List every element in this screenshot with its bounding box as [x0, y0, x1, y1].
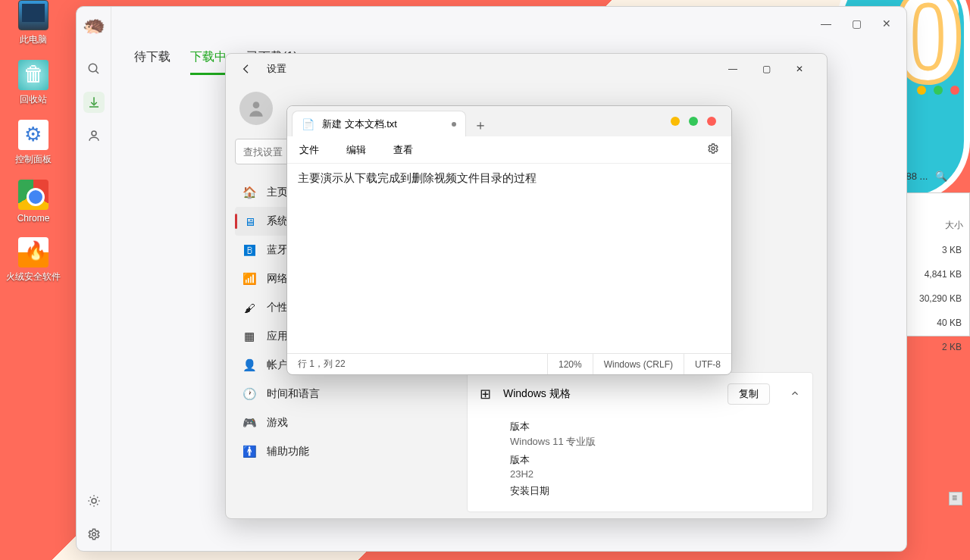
accessibility-icon: 🚹 — [242, 445, 256, 458]
notepad-tab[interactable]: 📄 新建 文本文档.txt — [292, 111, 466, 136]
apps-icon: ▦ — [242, 330, 256, 343]
menu-view[interactable]: 查看 — [389, 140, 418, 160]
minimize-button[interactable]: ― — [812, 13, 840, 34]
nav-game[interactable]: 🎮游戏 — [235, 408, 444, 437]
menu-edit[interactable]: 编辑 — [342, 140, 371, 160]
spec-version-key: 版本 — [510, 453, 800, 467]
gear-icon[interactable] — [702, 139, 724, 160]
desktop-icon-label: Chrome — [6, 213, 61, 224]
notepad-menubar: 文件 编辑 查看 — [287, 136, 731, 164]
bluetooth-icon: 🅱 — [242, 243, 256, 257]
minimize-dot[interactable] — [917, 86, 926, 95]
nav-time-lang[interactable]: 🕐时间和语言 — [235, 380, 444, 408]
nav-accessibility[interactable]: 🚹辅助功能 — [235, 437, 444, 466]
svg-point-5 — [253, 102, 260, 108]
new-tab-button[interactable]: ＋ — [469, 114, 492, 136]
card-title: Windows 规格 — [503, 387, 571, 401]
status-eol[interactable]: Windows (CRLF) — [593, 354, 684, 374]
close-button[interactable]: ✕ — [873, 13, 900, 34]
close-dot[interactable] — [707, 117, 716, 126]
desktop-icon-label: 此电脑 — [6, 33, 61, 46]
desktop-icons: 此电脑 回收站 控制面板 Chrome 火绒安全软件 — [6, 0, 61, 297]
desktop-icon-label: 回收站 — [6, 93, 61, 106]
recycle-bin-icon — [18, 60, 48, 90]
system-icon: 🖥 — [242, 214, 256, 228]
spec-version-value: 23H2 — [510, 468, 800, 480]
clock-icon: 🕐 — [242, 387, 256, 401]
document-icon: 📄 — [302, 118, 314, 130]
theme-icon[interactable] — [83, 490, 105, 512]
close-button[interactable]: ✕ — [783, 57, 816, 81]
maximize-button[interactable]: ▢ — [843, 13, 870, 34]
chevron-up-icon[interactable] — [790, 388, 800, 401]
desktop-icon-label: 火绒安全软件 — [6, 271, 61, 283]
size-column-header[interactable]: 大小 — [903, 193, 969, 238]
svg-point-4 — [92, 533, 95, 537]
svg-point-3 — [92, 499, 96, 503]
svg-point-2 — [92, 131, 96, 136]
monitor-icon — [18, 0, 48, 30]
status-zoom[interactable]: 120% — [548, 354, 593, 374]
notepad-textarea[interactable]: 主要演示从下载完成到删除视频文件目录的过程 — [287, 164, 731, 353]
spec-edition-value: Windows 11 专业版 — [510, 435, 800, 449]
maximize-dot[interactable] — [934, 86, 943, 95]
close-dot[interactable] — [950, 86, 959, 95]
status-encoding[interactable]: UTF-8 — [684, 354, 731, 374]
avatar-icon — [239, 92, 273, 125]
spec-install-key: 安装日期 — [510, 484, 800, 498]
app-logo[interactable] — [83, 14, 105, 37]
notepad-window: 📄 新建 文本文档.txt ＋ 文件 编辑 查看 主要演示从下载完成到删除视频文… — [286, 105, 732, 375]
notepad-tabbar: 📄 新建 文本文档.txt ＋ — [287, 106, 731, 136]
desktop-icon-recycle-bin[interactable]: 回收站 — [6, 60, 61, 106]
chrome-icon — [18, 180, 48, 210]
notepad-content: 主要演示从下载完成到删除视频文件目录的过程 — [298, 171, 537, 184]
back-button[interactable] — [236, 59, 256, 79]
window-traffic-lights — [917, 86, 959, 95]
unsaved-indicator — [452, 122, 456, 127]
brush-icon: 🖌 — [242, 301, 256, 314]
settings-titlebar: 设置 ― ▢ ✕ — [226, 54, 827, 84]
file-size-cell: 3 KB — [903, 238, 969, 262]
notepad-statusbar: 行 1，列 22 120% Windows (CRLF) UTF-8 — [287, 353, 731, 374]
user-icon[interactable] — [83, 125, 105, 146]
window-traffic-lights — [671, 117, 727, 126]
desktop-icon-chrome[interactable]: Chrome — [6, 180, 61, 224]
desktop-icon-label: 控制面板 — [6, 153, 61, 166]
desktop-icon-huorong[interactable]: 火绒安全软件 — [6, 237, 61, 283]
settings-title: 设置 — [267, 62, 286, 76]
svg-line-1 — [95, 70, 99, 74]
file-size-cell: 40 KB — [903, 311, 969, 335]
home-icon: 🏠 — [242, 186, 256, 199]
file-explorer-fragment: 大小 3 KB 4,841 KB 30,290 KB 40 KB 2 KB — [902, 192, 970, 336]
gamepad-icon: 🎮 — [242, 416, 256, 430]
scrollbar-corner[interactable] — [949, 492, 962, 505]
control-panel-icon — [18, 120, 48, 150]
huorong-icon — [18, 237, 48, 267]
desktop-icon-this-pc[interactable]: 此电脑 — [6, 0, 61, 46]
file-size-cell: 4,841 KB — [903, 262, 969, 286]
tab-title: 新建 文本文档.txt — [322, 117, 397, 131]
file-size-cell: 30,290 KB — [903, 286, 969, 311]
file-size-cell: 2 KB — [903, 335, 969, 359]
tab-pending[interactable]: 待下载 — [134, 45, 171, 75]
minimize-dot[interactable] — [671, 117, 680, 126]
menu-file[interactable]: 文件 — [295, 140, 324, 160]
svg-point-6 — [712, 147, 715, 150]
search-icon[interactable] — [83, 58, 105, 80]
spec-edition-key: 版本 — [510, 420, 800, 433]
grid-icon: ⊞ — [480, 386, 491, 402]
desktop-icon-control-panel[interactable]: 控制面板 — [6, 120, 61, 166]
window-controls: ― ▢ ✕ — [812, 13, 900, 34]
download-icon[interactable] — [83, 92, 105, 113]
maximize-button[interactable]: ▢ — [749, 57, 783, 81]
account-icon: 👤 — [242, 358, 256, 372]
maximize-dot[interactable] — [689, 117, 698, 126]
settings-icon[interactable] — [83, 524, 105, 545]
copy-button[interactable]: 复制 — [728, 383, 770, 405]
windows-spec-card: ⊞ Windows 规格 复制 版本Windows 11 专业版 版本23H2 … — [467, 372, 813, 512]
wifi-icon: 📶 — [242, 272, 256, 286]
tab-downloading[interactable]: 下载中 — [190, 45, 227, 75]
search-icon[interactable]: 🔍 — [935, 171, 947, 182]
minimize-button[interactable]: ― — [716, 57, 749, 81]
svg-point-0 — [89, 64, 97, 72]
